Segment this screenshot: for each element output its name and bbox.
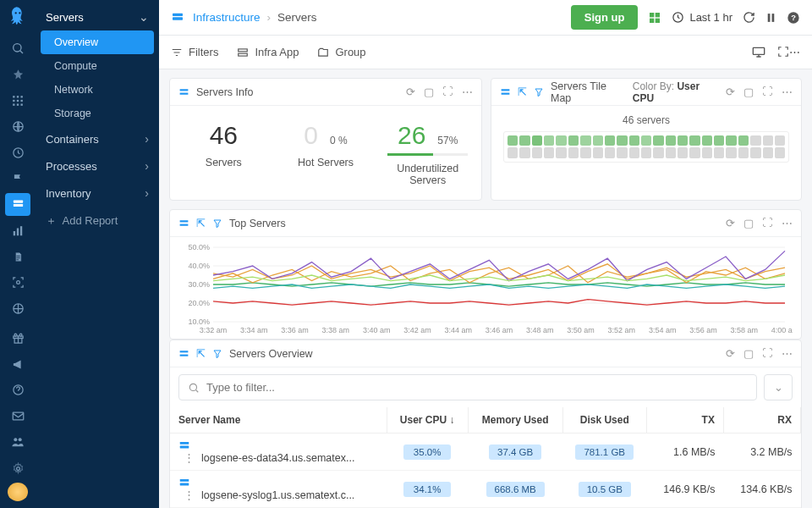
server-tile[interactable] bbox=[605, 147, 615, 157]
infra-app-button[interactable]: Infra App bbox=[237, 46, 299, 58]
rail-search-icon[interactable] bbox=[5, 37, 30, 60]
server-tile[interactable] bbox=[689, 147, 700, 157]
filter-icon[interactable] bbox=[534, 87, 544, 97]
more-icon[interactable]: ⋯ bbox=[782, 86, 793, 98]
rail-rocket-icon[interactable] bbox=[5, 64, 30, 86]
rail-megaphone-icon[interactable] bbox=[5, 353, 30, 376]
col-header[interactable]: RX bbox=[723, 407, 800, 433]
dropdown-button[interactable]: ⌄ bbox=[764, 374, 793, 400]
help-icon[interactable]: ? bbox=[787, 11, 800, 25]
server-tile[interactable] bbox=[653, 147, 663, 157]
sidebar-servers[interactable]: Servers⌄ bbox=[36, 3, 159, 30]
rail-help-icon[interactable] bbox=[5, 379, 30, 402]
rail-clock-icon[interactable] bbox=[5, 141, 30, 164]
expand-icon[interactable]: ⛶ bbox=[442, 86, 453, 98]
server-tile[interactable] bbox=[605, 135, 615, 146]
server-tile[interactable] bbox=[508, 135, 518, 146]
col-header[interactable]: Disk Used bbox=[562, 407, 646, 433]
server-tile[interactable] bbox=[750, 135, 760, 146]
rail-infra-icon[interactable] bbox=[5, 193, 30, 216]
server-tile[interactable] bbox=[775, 135, 785, 146]
server-tile[interactable] bbox=[568, 147, 579, 157]
server-tile[interactable] bbox=[689, 135, 700, 146]
more-icon[interactable]: ⋯ bbox=[462, 86, 473, 98]
server-tile[interactable] bbox=[532, 135, 542, 146]
server-tile[interactable] bbox=[678, 135, 688, 146]
rail-gear-icon[interactable] bbox=[5, 457, 30, 480]
server-tile[interactable] bbox=[593, 147, 603, 157]
sidebar-item-network[interactable]: Network bbox=[36, 78, 159, 102]
more-icon[interactable]: ⋯ bbox=[782, 347, 793, 360]
server-tile[interactable] bbox=[775, 147, 785, 157]
filters-button[interactable]: Filters bbox=[171, 46, 218, 58]
server-tile[interactable] bbox=[593, 135, 603, 146]
server-tile[interactable] bbox=[617, 135, 627, 146]
filter-icon[interactable] bbox=[212, 349, 222, 359]
server-tile[interactable] bbox=[678, 147, 688, 157]
refresh-icon[interactable]: ⟳ bbox=[726, 217, 735, 229]
sidebar-containers[interactable]: Containers› bbox=[36, 125, 159, 152]
filter-input[interactable] bbox=[206, 381, 748, 394]
server-tile[interactable] bbox=[653, 135, 663, 146]
minimize-icon[interactable]: ▢ bbox=[424, 86, 434, 98]
display-icon[interactable] bbox=[752, 46, 765, 58]
fullscreen-icon[interactable]: ⋯ bbox=[777, 46, 800, 58]
breadcrumb-parent[interactable]: Infrastructure bbox=[193, 11, 261, 24]
expand-icon[interactable]: ⛶ bbox=[762, 86, 773, 98]
server-tile[interactable] bbox=[702, 135, 712, 146]
server-tile[interactable] bbox=[556, 147, 566, 157]
server-tile[interactable] bbox=[580, 147, 590, 157]
refresh-icon[interactable]: ⟳ bbox=[726, 86, 735, 98]
rail-globe-icon[interactable] bbox=[5, 115, 30, 138]
filter-icon[interactable] bbox=[212, 218, 222, 229]
server-tile[interactable] bbox=[568, 135, 579, 146]
row-menu-icon[interactable]: ⋮ bbox=[184, 489, 195, 501]
refresh-icon[interactable] bbox=[743, 11, 755, 24]
table-row[interactable]: ⋮logsene-es-data34.us.sematex... 35.0% 3… bbox=[170, 433, 801, 471]
server-tile[interactable] bbox=[666, 135, 676, 146]
expand-icon[interactable]: ⛶ bbox=[762, 347, 773, 360]
rail-team-icon[interactable] bbox=[5, 431, 30, 454]
sidebar-item-overview[interactable]: Overview bbox=[41, 30, 154, 54]
server-tile[interactable] bbox=[666, 147, 676, 157]
user-avatar[interactable] bbox=[8, 483, 28, 500]
refresh-icon[interactable]: ⟳ bbox=[726, 347, 735, 360]
more-icon[interactable]: ⋯ bbox=[782, 217, 793, 229]
apps-icon[interactable] bbox=[648, 11, 661, 25]
server-tile[interactable] bbox=[629, 147, 639, 157]
server-tile[interactable] bbox=[738, 135, 749, 146]
col-header[interactable]: User CPU ↓ bbox=[387, 407, 468, 433]
minimize-icon[interactable]: ▢ bbox=[743, 217, 754, 229]
server-tile[interactable] bbox=[508, 147, 518, 157]
server-tile[interactable] bbox=[763, 135, 773, 146]
rail-ball-icon[interactable] bbox=[5, 297, 30, 320]
rail-flag-icon[interactable] bbox=[5, 168, 30, 190]
row-menu-icon[interactable]: ⋮ bbox=[184, 452, 195, 464]
rail-mail-icon[interactable] bbox=[5, 405, 30, 428]
rail-gift-icon[interactable] bbox=[5, 327, 30, 350]
pause-icon[interactable] bbox=[765, 12, 776, 24]
server-tile[interactable] bbox=[544, 135, 554, 146]
group-button[interactable]: Group bbox=[317, 46, 365, 58]
server-tile[interactable] bbox=[532, 147, 542, 157]
server-tile[interactable] bbox=[763, 147, 773, 157]
minimize-icon[interactable]: ▢ bbox=[743, 86, 754, 98]
server-tile[interactable] bbox=[641, 147, 651, 157]
server-tile[interactable] bbox=[519, 135, 529, 146]
minimize-icon[interactable]: ▢ bbox=[743, 347, 754, 360]
server-tile[interactable] bbox=[544, 147, 554, 157]
time-range-picker[interactable]: Last 1 hr bbox=[672, 11, 732, 24]
rail-scan-icon[interactable] bbox=[5, 272, 30, 295]
server-tile[interactable] bbox=[519, 147, 529, 157]
server-tile[interactable] bbox=[617, 147, 627, 157]
table-row[interactable]: ⋮logsene-syslog1.us.sematext.c... 34.1% … bbox=[170, 471, 801, 508]
rail-grid-icon[interactable] bbox=[5, 89, 30, 112]
col-header[interactable]: Memory Used bbox=[468, 407, 562, 433]
col-header[interactable]: Server Name bbox=[170, 407, 387, 433]
col-header[interactable]: TX bbox=[646, 407, 723, 433]
sidebar-add-report[interactable]: ＋ Add Report bbox=[36, 207, 159, 235]
link-icon[interactable]: ⇱ bbox=[196, 347, 206, 360]
server-tile[interactable] bbox=[750, 147, 760, 157]
server-tile[interactable] bbox=[556, 135, 566, 146]
server-tile[interactable] bbox=[714, 147, 724, 157]
